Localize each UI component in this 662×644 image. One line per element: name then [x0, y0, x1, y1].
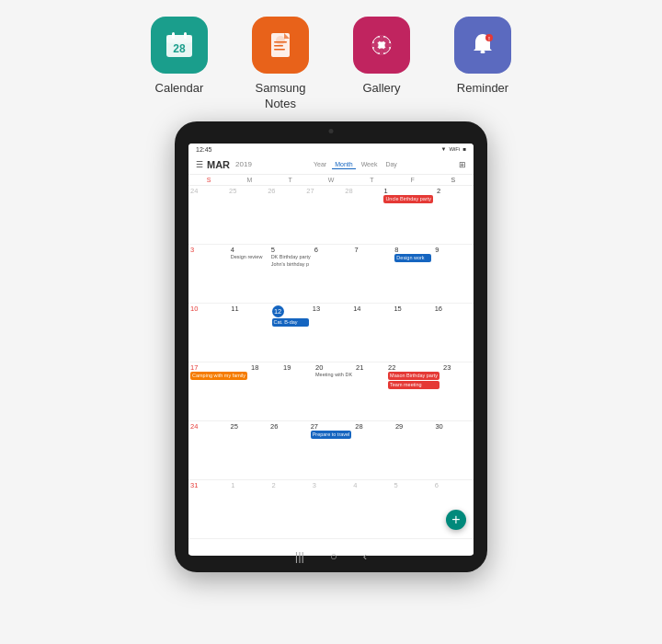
day-header-fri: F	[392, 175, 432, 185]
day-mar-17[interactable]: 17 Camping with my family	[188, 362, 249, 420]
day-mar-31[interactable]: 31	[188, 480, 229, 538]
gallery-app-icon[interactable]: Gallery	[345, 17, 418, 97]
hamburger-icon[interactable]: ☰	[196, 160, 203, 169]
day-mar-1[interactable]: 1 Uncle Birthday party	[382, 186, 435, 244]
event-design-review: Design review	[231, 254, 268, 260]
tab-day[interactable]: Day	[382, 160, 399, 168]
day-mar-2[interactable]: 2	[435, 186, 474, 244]
back-icon[interactable]: ‹	[363, 549, 367, 563]
calendar-week-6: 31 1 2 3 4 5 6	[188, 480, 474, 539]
wifi-icon: WiFi	[449, 146, 460, 152]
reminder-icon: !	[466, 29, 499, 62]
calendar-grid-icon[interactable]: ⊞	[459, 160, 466, 169]
tablet-frame: 12:45 ▼ WiFi ■ ☰ MAR 2019 Year Month Wee…	[175, 121, 487, 572]
day-header-sun: S	[188, 175, 229, 185]
day-mar-12[interactable]: 12 Cat. B-day	[270, 304, 311, 362]
day-apr-4[interactable]: 4	[351, 480, 392, 538]
svg-rect-22	[481, 51, 485, 53]
day-mar-20[interactable]: 20 Meeting with DK	[314, 362, 354, 420]
calendar-week-2: 3 4 Design review 5 DK Birthday party Jo…	[188, 245, 474, 304]
day-mar-7[interactable]: 7	[353, 245, 394, 303]
event-meeting-dk: Meeting with DK	[315, 372, 352, 378]
day-mar-15[interactable]: 15	[392, 304, 432, 362]
home-icon[interactable]: ○	[330, 549, 337, 563]
day-mar-9[interactable]: 9	[433, 245, 474, 303]
day-feb-28[interactable]: 28	[343, 186, 382, 244]
calendar-week-1: 24 25 26 27 28 1 Uncle Birthday party 2	[188, 186, 474, 245]
day-mar-19[interactable]: 19	[281, 362, 314, 420]
day-mar-6[interactable]: 6	[313, 245, 353, 303]
calendar-grid: 24 25 26 27 28 1 Uncle Birthday party 2 …	[188, 186, 474, 539]
day-feb-25[interactable]: 25	[227, 186, 266, 244]
calendar-header: ☰ MAR 2019 Year Month Week Day ⊞	[188, 155, 474, 175]
status-bar: 12:45 ▼ WiFi ■	[188, 144, 474, 155]
reminder-icon-box: !	[454, 17, 511, 74]
status-icons: ▼ WiFi ■	[440, 146, 466, 152]
day-mar-14[interactable]: 14	[351, 304, 392, 362]
svg-rect-9	[274, 49, 285, 51]
day-apr-3[interactable]: 3	[311, 480, 351, 538]
recent-apps-icon[interactable]: |||	[295, 549, 304, 563]
reminder-label: Reminder	[457, 81, 508, 97]
day-mar-23[interactable]: 23	[441, 362, 474, 420]
day-mar-21[interactable]: 21	[354, 362, 386, 420]
tablet-nav-bar: ||| ○ ‹	[295, 549, 367, 563]
calendar-year: 2019	[235, 160, 252, 168]
event-mason-birthday: Mason Birthday party	[388, 372, 439, 380]
tab-year[interactable]: Year	[311, 160, 329, 168]
samsung-notes-app-icon[interactable]: SamsungNotes	[244, 17, 317, 112]
calendar-icon: 28	[163, 29, 196, 62]
calendar-title-area: ☰ MAR 2019	[196, 159, 252, 170]
day-mar-18[interactable]: 18	[249, 362, 281, 420]
tab-month[interactable]: Month	[332, 160, 355, 169]
svg-rect-8	[274, 45, 283, 47]
day-mar-29[interactable]: 29	[394, 421, 434, 479]
day-mar-28[interactable]: 28	[353, 421, 394, 479]
day-mar-24[interactable]: 24	[188, 421, 229, 479]
day-header-mon: M	[229, 175, 269, 185]
event-uncle-birthday: Uncle Birthday party	[383, 195, 433, 203]
day-mar-5[interactable]: 5 DK Birthday party John's birthday p	[269, 245, 313, 303]
day-mar-10[interactable]: 10	[188, 304, 229, 362]
day-feb-27[interactable]: 27	[304, 186, 343, 244]
notes-icon	[264, 29, 297, 62]
day-feb-26[interactable]: 26	[266, 186, 304, 244]
svg-point-10	[276, 36, 285, 45]
calendar-week-3: 10 11 12 Cat. B-day 13 14 15 16	[188, 304, 474, 362]
tab-week[interactable]: Week	[359, 160, 381, 168]
day-apr-5[interactable]: 5	[392, 480, 432, 538]
day-mar-8[interactable]: 8 Design work	[393, 245, 433, 303]
day-mar-26[interactable]: 26	[268, 421, 309, 479]
gallery-icon	[365, 29, 398, 62]
day-header-thu: T	[351, 175, 392, 185]
day-mar-13[interactable]: 13	[311, 304, 351, 362]
day-mar-27[interactable]: 27 Prepare to travel	[309, 421, 354, 479]
event-cat-bday: Cat. B-day	[272, 318, 309, 327]
calendar-app-icon[interactable]: 28 Calendar	[143, 17, 216, 97]
day-apr-2[interactable]: 2	[270, 480, 311, 538]
samsung-notes-icon-box	[252, 17, 309, 74]
event-dk-birthday: DK Birthday party	[271, 254, 311, 260]
reminder-app-icon[interactable]: ! Reminder	[446, 17, 519, 97]
day-feb-24[interactable]: 24	[188, 186, 227, 244]
battery-icon: ■	[462, 146, 466, 152]
status-time: 12:45	[196, 146, 212, 153]
gallery-icon-box	[353, 17, 410, 74]
day-mar-11[interactable]: 11	[229, 304, 269, 362]
day-mar-22[interactable]: 22 Mason Birthday party Team meeting	[386, 362, 441, 420]
event-team-meeting: Team meeting	[388, 381, 439, 389]
day-mar-3[interactable]: 3	[188, 245, 229, 303]
calendar-icon-box: 28	[151, 17, 208, 74]
calendar-month: MAR	[207, 159, 230, 170]
calendar-app: ☰ MAR 2019 Year Month Week Day ⊞ S M T W…	[188, 155, 474, 555]
day-mar-30[interactable]: 30	[433, 421, 474, 479]
day-apr-1[interactable]: 1	[229, 480, 269, 538]
app-icons-row: 28 Calendar SamsungNotes	[143, 17, 519, 112]
gallery-label: Gallery	[362, 81, 400, 97]
day-mar-4[interactable]: 4 Design review	[229, 245, 269, 303]
day-mar-16[interactable]: 16	[433, 304, 474, 362]
tablet-screen: 12:45 ▼ WiFi ■ ☰ MAR 2019 Year Month Wee…	[188, 144, 474, 556]
add-event-fab[interactable]: +	[446, 510, 466, 530]
signal-icon: ▼	[440, 146, 446, 152]
day-mar-25[interactable]: 25	[229, 421, 269, 479]
